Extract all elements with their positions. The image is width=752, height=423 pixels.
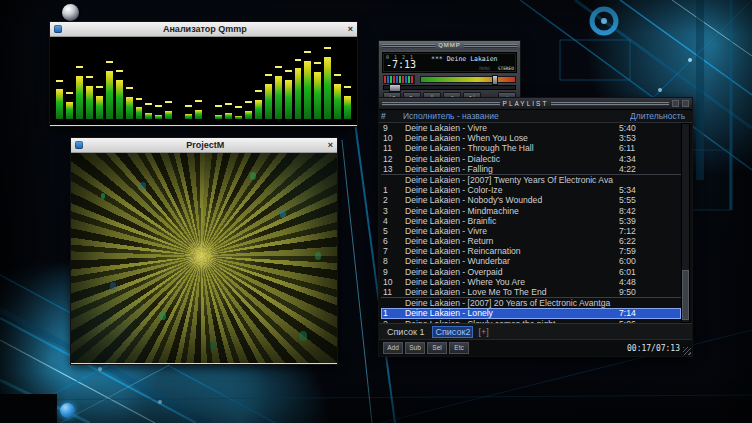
playlist-track-row[interactable]: 2Deine Lakaien - Slowly comes the night5… [381, 319, 681, 323]
analyzer-bar [136, 41, 143, 119]
playlist-track-row[interactable]: 3Deine Lakaien - Mindmachine8:42 [381, 206, 681, 216]
playlist-close-button[interactable] [682, 100, 689, 107]
analyzer-bar [96, 41, 103, 119]
playlist-shade-button[interactable] [672, 100, 679, 107]
player-window: QMMP 0 1 2 1 -7:13 *** Deine Lakaien MON… [378, 40, 521, 99]
track-title: Deine Lakaien - Return [405, 236, 619, 246]
desktop-sphere-icon[interactable] [62, 4, 79, 21]
tab-list-1[interactable]: Список 1 [384, 326, 427, 338]
playlist-track-row[interactable]: 2Deine Lakaien - Nobody's Wounded5:55 [381, 195, 681, 205]
analyzer-peak [324, 47, 331, 49]
playlist-track-row[interactable]: 10Deine Lakaien - When You Lose3:53 [381, 133, 681, 143]
player-titlebar[interactable]: QMMP [379, 41, 520, 50]
analyzer-peak [126, 87, 133, 89]
tab-list-2[interactable]: Список2 [432, 326, 473, 338]
add-playlist-button[interactable]: [+] [478, 327, 488, 337]
analyzer-bar [285, 41, 292, 119]
analyzer-bar [304, 41, 311, 119]
playlist-track-row[interactable]: 8Deine Lakaien - Wunderbar6:00 [381, 256, 681, 266]
track-duration [619, 175, 681, 185]
analyzer-bar [106, 41, 113, 119]
titlebar-ridge [382, 44, 435, 48]
analyzer-bar [175, 41, 182, 119]
analyzer-peak [215, 105, 222, 107]
analyzer-close-icon[interactable]: × [348, 25, 353, 34]
column-number[interactable]: # [379, 111, 403, 121]
analyzer-bar [86, 41, 93, 119]
time-display[interactable]: -7:13 [386, 59, 416, 70]
player-lcd: 0 1 2 1 -7:13 *** Deine Lakaien MONO STE… [382, 52, 517, 73]
projectm-close-icon[interactable]: × [328, 141, 333, 150]
track-title: Deine Lakaien - Slowly comes the night [405, 319, 619, 323]
resize-grip[interactable] [683, 347, 691, 355]
track-number: 8 [381, 256, 405, 266]
analyzer-bar [56, 41, 63, 119]
etc-button[interactable]: Etc [449, 342, 469, 354]
analyzer-bar [225, 41, 232, 119]
playlist-track-row[interactable]: 12Deine Lakaien - Dialectic4:34 [381, 154, 681, 164]
analyzer-bar [116, 41, 123, 119]
analyzer-bar [145, 41, 152, 119]
track-number: 1 [381, 185, 405, 195]
analyzer-bar [324, 41, 331, 119]
playlist-scrollbar[interactable] [681, 123, 690, 323]
analyzer-bar [295, 41, 302, 119]
track-number: 7 [381, 246, 405, 256]
track-title: Deine Lakaien - Nobody's Wounded [405, 195, 619, 205]
panel-launcher-icon[interactable] [60, 403, 75, 418]
column-duration[interactable]: Длительность [630, 111, 692, 121]
playlist-group-row[interactable]: Deine Lakaien - [2007] Twenty Years Of E… [381, 174, 681, 185]
playlist-track-row[interactable]: 9Deine Lakaien - Overpaid6:01 [381, 267, 681, 277]
playlist-titlebar[interactable]: PLAYLIST [379, 98, 692, 110]
mini-visualizer[interactable] [383, 75, 415, 84]
playlist-track-row[interactable]: 5Deine Lakaien - Vivre7:12 [381, 226, 681, 236]
analyzer-peak [314, 62, 321, 64]
playlist-track-row[interactable]: 6Deine Lakaien - Return6:22 [381, 236, 681, 246]
playlist-track-row[interactable]: 1Deine Lakaien - Color-Ize5:34 [381, 185, 681, 195]
track-duration: 5:34 [619, 185, 681, 195]
wallpaper-emblem [592, 9, 616, 33]
playlist-track-row[interactable]: 11Deine Lakaien - Love Me To The End9:50 [381, 287, 681, 297]
track-title-marquee[interactable]: *** Deine Lakaien [431, 55, 498, 63]
track-number: 4 [381, 216, 405, 226]
track-number: 5 [381, 226, 405, 236]
track-title: Deine Lakaien - Overpaid [405, 267, 619, 277]
track-duration: 7:12 [619, 226, 681, 236]
playlist-track-row[interactable]: 9Deine Lakaien - Vivre5:40 [381, 123, 681, 133]
column-artist-title[interactable]: Исполнитель - название [403, 111, 630, 121]
playlist-track-row[interactable]: 1Deine Lakaien - Lonely7:14 [381, 308, 681, 318]
titlebar-ridge [382, 102, 500, 106]
track-duration: 3:53 [619, 133, 681, 143]
track-number: 10 [381, 277, 405, 287]
analyzer-peak [295, 59, 302, 61]
playlist-column-headers: # Исполнитель - название Длительность [379, 110, 692, 123]
position-thumb[interactable] [389, 84, 401, 92]
scrollbar-thumb[interactable] [682, 270, 689, 320]
playlist-track-row[interactable]: 7Deine Lakaien - Reincarnation7:59 [381, 246, 681, 256]
analyzer-bar [344, 41, 351, 119]
sel-button[interactable]: Sel [427, 342, 447, 354]
playlist-track-row[interactable]: 4Deine Lakaien - Brainfic5:39 [381, 216, 681, 226]
playlist-track-row[interactable]: 13Deine Lakaien - Falling4:22 [381, 164, 681, 174]
analyzer-peak [245, 101, 252, 103]
analyzer-peak [96, 86, 103, 88]
track-duration: 7:59 [619, 246, 681, 256]
lcd-time-block[interactable]: 0 1 2 1 -7:13 [383, 53, 429, 72]
sub-button[interactable]: Sub [405, 342, 425, 354]
track-duration: 4:48 [619, 277, 681, 287]
projectm-icon [75, 141, 83, 149]
position-slider[interactable] [383, 85, 516, 90]
volume-slider[interactable] [420, 76, 516, 83]
analyzer-titlebar[interactable]: Анализатор Qmmp × [50, 22, 357, 37]
track-duration: 9:50 [619, 287, 681, 297]
playlist-group-row[interactable]: Deine Lakaien - [2007] 20 Years of Elect… [381, 297, 681, 308]
playlist-track-row[interactable]: 10Deine Lakaien - Where You Are4:48 [381, 277, 681, 287]
analyzer-bar [275, 41, 282, 119]
volume-thumb[interactable] [492, 75, 498, 85]
add-button[interactable]: Add [383, 342, 403, 354]
projectm-titlebar[interactable]: ProjectM × [71, 138, 337, 153]
qmmp-icon [54, 25, 62, 33]
track-number: 9 [381, 267, 405, 277]
analyzer-bar [205, 41, 212, 119]
playlist-track-row[interactable]: 11Deine Lakaien - Through The Hall6:11 [381, 143, 681, 153]
